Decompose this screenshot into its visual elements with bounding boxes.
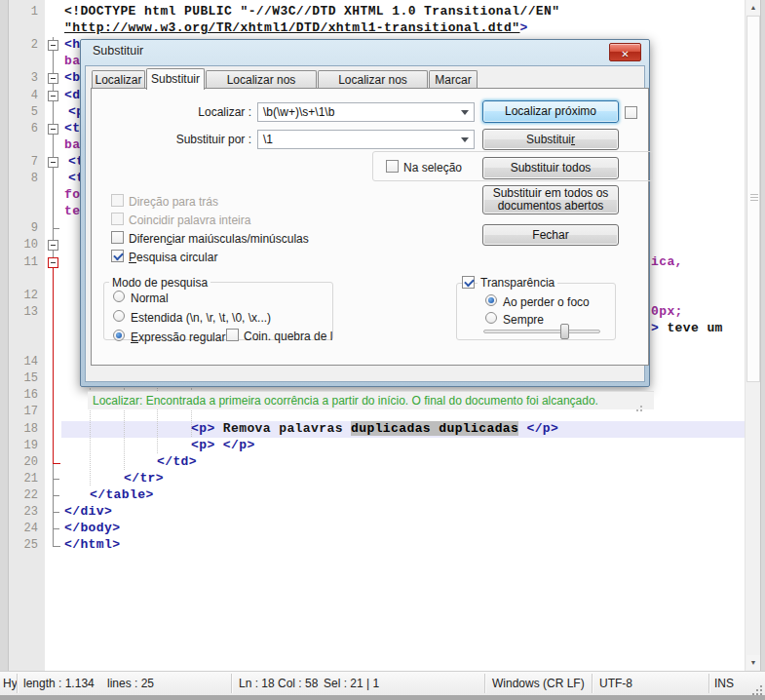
code-line[interactable]: </div> — [64, 504, 112, 521]
scrollbar-thumb[interactable] — [746, 16, 760, 382]
code-line[interactable]: <!DOCTYPE html PUBLIC "-//W3C//DTD XHTML… — [64, 4, 559, 20]
code-line[interactable]: <p> </p> — [191, 438, 255, 454]
code-line[interactable]: "http://www.w3.org/TR/xhtml1/DTD/xhtml1-… — [64, 20, 528, 37]
code-line[interactable]: ba — [64, 54, 80, 70]
code-line[interactable]: fo — [64, 187, 80, 204]
code-line[interactable]: </body> — [64, 521, 120, 537]
tab-localizar[interactable]: Localizar — [92, 70, 145, 89]
replace-all-button[interactable]: Substituir todos — [482, 157, 619, 179]
fold-line-icon — [47, 104, 59, 121]
code-line[interactable]: </tr> — [124, 471, 164, 487]
fold-line-icon — [47, 171, 59, 187]
in-selection-checkbox[interactable] — [386, 160, 399, 173]
unlabeled-checkbox[interactable] — [625, 106, 637, 119]
line-number: 15 — [9, 370, 38, 387]
resize-grip-icon[interactable] — [750, 680, 762, 691]
fold-toggle-icon[interactable] — [47, 154, 59, 171]
code-line[interactable]: ica, — [651, 254, 683, 271]
close-dialog-label: Fechar — [532, 229, 568, 242]
code-line[interactable]: </table> — [90, 487, 154, 504]
code-line[interactable]: <b — [64, 70, 80, 87]
normal-mode-radio[interactable] — [113, 291, 125, 302]
normal-mode-label[interactable]: Normal — [131, 292, 169, 305]
on-losing-focus-radio[interactable] — [485, 294, 497, 306]
code-line[interactable]: te — [64, 204, 80, 220]
extended-mode-label[interactable]: Estendida (\n, \r, \t, \0, \x...) — [131, 311, 271, 325]
find-next-button[interactable]: Localizar próximo — [482, 100, 619, 123]
fold-toggle-icon[interactable] — [47, 121, 59, 137]
fold-toggle-icon[interactable] — [47, 70, 59, 87]
code-line[interactable]: <p> Remova palavras duplicadas duplicada… — [191, 421, 558, 438]
extended-mode-radio[interactable] — [113, 310, 125, 322]
whole-word-checkbox — [111, 213, 124, 225]
find-input[interactable]: \b(\w+)\s+\1\b — [257, 102, 475, 122]
scroll-up-icon[interactable]: ▲ — [746, 0, 760, 15]
transparency-label[interactable]: Transparência — [478, 276, 557, 290]
replace-input[interactable]: \1 — [257, 130, 475, 149]
replace-button[interactable]: Substituir — [482, 129, 619, 150]
status-bar: Hy length : 1.134 lines : 25 Ln : 18 Col… — [0, 671, 765, 695]
line-number: 16 — [9, 387, 38, 404]
on-losing-focus-label[interactable]: Ao perder o foco — [503, 295, 590, 309]
statusbar-insert-mode[interactable]: INS — [714, 677, 734, 690]
code-line[interactable]: </html> — [64, 537, 120, 554]
transparency-slider-thumb[interactable] — [560, 324, 569, 339]
transparency-checkbox[interactable] — [462, 276, 475, 289]
scroll-down-icon[interactable]: ▼ — [746, 655, 760, 670]
code-line[interactable]: <h — [64, 37, 80, 54]
line-number: 24 — [9, 521, 38, 537]
always-radio[interactable] — [485, 312, 497, 324]
regex-mode-radio[interactable] — [113, 330, 125, 341]
regex-mode-label[interactable]: Expressão regular — [131, 331, 225, 344]
tab-localizar-nos-projetos[interactable]: Localizar nos projetos — [318, 70, 428, 89]
backward-label: Direção para trás — [129, 195, 218, 209]
close-button[interactable]: ✕ — [609, 43, 641, 61]
code-line[interactable]: <d — [64, 88, 80, 104]
fold-line-icon — [47, 370, 59, 387]
match-case-label[interactable]: Diferenciar maiúsculas/minúsculas — [129, 232, 309, 246]
wrap-around-label[interactable]: Pesquisa circular — [129, 251, 217, 264]
close-dialog-button[interactable]: Fechar — [482, 224, 619, 246]
code-line[interactable]: ba — [64, 137, 80, 154]
line-number: 23 — [9, 504, 38, 521]
line-number: 7 — [9, 154, 38, 171]
notepad-window: 1234567891011121314151617181920212223242… — [0, 0, 765, 700]
fold-line-icon — [47, 271, 59, 288]
fold-line-icon — [47, 404, 59, 420]
statusbar-separator — [592, 674, 593, 693]
dot-matches-newline-label[interactable]: Coin. quebra de lin — [244, 330, 332, 343]
fold-toggle-icon[interactable] — [47, 37, 59, 54]
fold-line-icon — [47, 504, 59, 521]
search-mode-label: Modo de pesquisa — [109, 276, 210, 290]
fold-line-icon — [47, 521, 59, 537]
code-line[interactable]: </td> — [157, 454, 197, 471]
code-line[interactable]: 0px; — [651, 304, 683, 321]
line-number: 1 — [9, 4, 38, 20]
line-number: 17 — [9, 404, 38, 420]
transparency-slider[interactable] — [483, 330, 600, 333]
code-line[interactable]: <t — [64, 121, 80, 137]
fold-toggle-icon[interactable] — [47, 88, 59, 104]
always-label[interactable]: Sempre — [503, 313, 544, 327]
line-number: 13 — [9, 304, 38, 321]
fold-toggle-icon[interactable] — [47, 237, 59, 253]
tab-marcar[interactable]: Marcar — [429, 70, 478, 89]
tab-localizar-nos-arquivos[interactable]: Localizar nos arquivos — [206, 70, 317, 89]
wrap-around-checkbox[interactable] — [111, 250, 124, 262]
chevron-down-icon[interactable] — [461, 137, 469, 146]
fold-toggle-icon[interactable] — [47, 254, 59, 271]
replace-all-open-docs-button[interactable]: Substituir em todos os documentos aberto… — [482, 185, 619, 214]
tab-substituir[interactable]: Substituir — [146, 68, 205, 90]
vertical-scrollbar[interactable]: ▲ ▼ — [745, 0, 760, 671]
dialog-resize-grip-icon[interactable] — [634, 402, 642, 409]
in-selection-label[interactable]: Na seleção — [403, 161, 462, 175]
chevron-down-icon[interactable] — [461, 110, 469, 119]
match-case-checkbox[interactable] — [111, 231, 124, 244]
fold-line-icon — [47, 321, 59, 337]
dot-matches-newline-checkbox[interactable] — [226, 329, 239, 341]
fold-line-icon — [47, 220, 59, 237]
dialog-client: LocalizarSubstituirLocalizar nos arquivo… — [85, 65, 645, 382]
line-number: 10 — [9, 237, 38, 253]
replace-all-open-docs-label: Substituir em todos os documentos aberto… — [491, 187, 610, 213]
code-line[interactable]: > teve um — [651, 321, 723, 337]
